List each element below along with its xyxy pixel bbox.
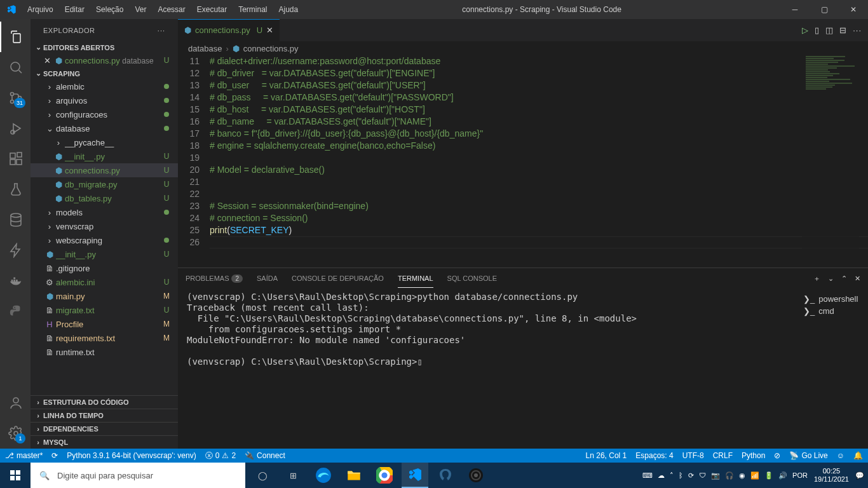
mysql-section[interactable]: ›MYSQL [31, 435, 178, 449]
tray-obs-icon[interactable]: ◉ [739, 471, 745, 480]
notifications-icon[interactable]: 💬 [855, 471, 864, 480]
obs-icon[interactable] [463, 463, 489, 488]
sync-icon[interactable]: ⟳ [51, 451, 58, 460]
tray-bluetooth-icon[interactable]: ᛒ [679, 471, 683, 479]
cortana-icon[interactable]: ◯ [249, 463, 276, 488]
timeline-section[interactable]: ›LINHA DO TEMPO [31, 409, 178, 422]
feedback-icon[interactable]: ☺ [837, 451, 844, 460]
terminal-dropdown-icon[interactable]: ⌄ [828, 274, 834, 283]
tree-folder[interactable]: ›models [31, 205, 178, 219]
editor-more-icon[interactable]: ··· [853, 25, 862, 35]
maximize-panel-icon[interactable]: ⌃ [841, 274, 847, 283]
source-control-icon[interactable]: 31 [0, 83, 31, 113]
start-button[interactable] [0, 463, 31, 488]
code-editor[interactable]: 11121314151617181920212223242526 # diale… [178, 55, 868, 268]
menu-editar[interactable]: Editar [60, 1, 90, 18]
tree-folder[interactable]: ›arquivos [31, 93, 178, 107]
tray-language[interactable]: POR [792, 471, 808, 479]
cursor-position[interactable]: Ln 26, Col 1 [586, 451, 627, 460]
tray-chevron-icon[interactable]: ˄ [670, 471, 674, 480]
clock[interactable]: 00:25 19/11/2021 [814, 467, 849, 484]
tree-folder[interactable]: ›__pycache__ [31, 135, 178, 149]
taskbar-vscode-icon[interactable] [402, 463, 428, 488]
run-debug-icon[interactable] [0, 113, 31, 144]
close-button[interactable]: ✕ [839, 0, 868, 19]
thunder-client-icon[interactable] [0, 235, 31, 266]
tree-file[interactable]: 🗎.gitignore [31, 261, 178, 275]
git-branch[interactable]: ⎇master* [5, 451, 43, 460]
tray-onedrive-icon[interactable]: ☁ [658, 471, 665, 480]
tray-sync-icon[interactable]: ⟳ [688, 471, 694, 480]
minimap[interactable] [802, 55, 859, 268]
testing-icon[interactable] [0, 174, 31, 205]
tab-problems[interactable]: PROBLEMAS2 [186, 269, 243, 288]
tree-file[interactable]: ⬢main.pyM [31, 289, 178, 303]
postgres-icon[interactable] [432, 463, 459, 488]
tree-file[interactable]: ⬢db_tables.pyU [31, 191, 178, 205]
tree-folder[interactable]: ›alembic [31, 79, 178, 93]
connect-status[interactable]: 🔌Connect [245, 451, 285, 460]
tray-battery-icon[interactable]: 🔋 [764, 471, 773, 480]
close-editor-icon[interactable]: ✕ [42, 56, 52, 65]
tab-sql-console[interactable]: SQL CONSOLE [447, 269, 497, 288]
tree-file[interactable]: HProcfileM [31, 317, 178, 331]
tray-headset-icon[interactable]: 🎧 [725, 471, 734, 480]
open-editor-item[interactable]: ✕ ⬢ connections.py database U [31, 53, 178, 67]
tray-security-icon[interactable]: 🛡 [699, 471, 706, 479]
tree-file[interactable]: ⚙alembic.iniU [31, 275, 178, 289]
toggle-panel-icon[interactable]: ▯ [815, 25, 819, 35]
split-down-icon[interactable]: ⊟ [839, 25, 846, 35]
task-view-icon[interactable]: ⊞ [280, 463, 306, 488]
docker-icon[interactable] [0, 266, 31, 296]
notifications-icon[interactable]: 🔔 [853, 451, 863, 460]
tree-file[interactable]: ⬢__init__.pyU [31, 149, 178, 163]
tray-keyboard-icon[interactable]: ⌨ [642, 471, 653, 480]
accounts-icon[interactable] [0, 388, 31, 418]
encoding[interactable]: UTF-8 [682, 451, 704, 460]
tray-volume-icon[interactable]: 🔊 [778, 471, 787, 480]
file-explorer-icon[interactable] [341, 463, 367, 488]
tray-wifi-icon[interactable]: 📶 [750, 471, 759, 480]
python-interpreter[interactable]: Python 3.9.1 64-bit ('venvscrap': venv) [67, 451, 196, 460]
menu-acessar[interactable]: Acessar [153, 1, 190, 18]
chrome-icon[interactable] [371, 463, 398, 488]
split-editor-icon[interactable]: ◫ [825, 25, 833, 35]
terminal-powershell[interactable]: ❯_powershell [803, 293, 863, 305]
tree-file[interactable]: ⬢db_migrate.pyU [31, 177, 178, 191]
settings-icon[interactable]: 1 [0, 418, 31, 449]
indentation[interactable]: Espaços: 4 [635, 451, 673, 460]
tab-output[interactable]: SAÍDA [257, 269, 278, 288]
tab-connections[interactable]: ⬢ connections.py U ✕ [178, 19, 280, 41]
tree-folder[interactable]: ›webscraping [31, 233, 178, 247]
windows-search[interactable]: 🔍 Digite aqui para pesquisar [31, 463, 245, 488]
language-mode[interactable]: Python [742, 451, 765, 460]
explorer-icon[interactable] [0, 22, 31, 52]
tray-camera-icon[interactable]: 📷 [711, 471, 720, 480]
tree-folder[interactable]: ›venvscrap [31, 219, 178, 233]
tree-folder[interactable]: ›configuracoes [31, 107, 178, 121]
new-terminal-icon[interactable]: ＋ [813, 274, 820, 283]
prettier-icon[interactable]: ⊘ [774, 451, 780, 460]
open-editors-section[interactable]: ⌄EDITORES ABERTOS [31, 41, 178, 53]
menu-executar[interactable]: Executar [192, 1, 232, 18]
go-live[interactable]: 📡Go Live [789, 451, 827, 460]
terminal-cmd[interactable]: ❯_cmd [803, 305, 863, 317]
menu-ver[interactable]: Ver [130, 1, 151, 18]
breadcrumb[interactable]: database› ⬢ connections.py [178, 41, 868, 55]
menu-selecao[interactable]: Seleção [91, 1, 128, 18]
tree-file[interactable]: 🗎requirements.txtM [31, 331, 178, 345]
menu-ajuda[interactable]: Ajuda [274, 1, 304, 18]
outline-section[interactable]: ›ESTRUTURA DO CÓDIGO [31, 395, 178, 409]
extensions-icon[interactable] [0, 144, 31, 174]
minimize-button[interactable]: ─ [780, 0, 810, 19]
tree-file[interactable]: 🗎runtime.txt [31, 345, 178, 359]
search-icon[interactable] [0, 52, 31, 83]
problems-status[interactable]: ⓧ0 ⚠2 [205, 451, 236, 461]
sidebar-more-icon[interactable]: ··· [158, 27, 165, 34]
tree-file[interactable]: ⬢connections.pyU [31, 163, 178, 177]
database-icon[interactable] [0, 205, 31, 235]
workspace-section[interactable]: ⌄SCRAPING [31, 67, 178, 79]
maximize-button[interactable]: ▢ [810, 0, 839, 19]
dependencies-section[interactable]: ›DEPENDENCIES [31, 422, 178, 435]
close-panel-icon[interactable]: ✕ [855, 274, 860, 283]
